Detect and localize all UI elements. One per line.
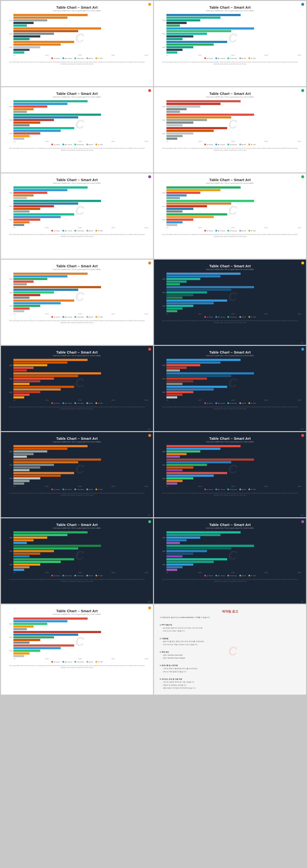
bar-row-2: 2022 [6, 300, 148, 312]
bar-row-0: 2020 [6, 359, 148, 372]
year-label-1: 2021 [159, 292, 166, 293]
slide-subtitle: Insert your subtitle here. This is a goo… [159, 441, 301, 443]
year-label-0: 2020 [159, 20, 166, 21]
bar-row-2: 2022 [159, 300, 301, 312]
x-axis: 0%100%200%300%400% [159, 572, 301, 573]
year-label-2: 2022 [159, 478, 166, 479]
body-text: Sed ut perspiciatis unde omnis iste natu… [159, 234, 301, 238]
bar-row-2: 2022 [159, 558, 301, 571]
slides-grid: Table Chart – Smart Art Insert your subt… [0, 0, 307, 695]
body-text: Sed ut perspiciatis unde omnis iste natu… [6, 61, 148, 65]
x-tick: 200% [231, 486, 235, 487]
x-tick: 400% [145, 313, 148, 315]
legend-item: ● Germany [227, 402, 237, 404]
x-tick: 0% [13, 141, 15, 142]
legend-item: ▼ CDD [96, 316, 103, 318]
x-tick: 100% [45, 141, 49, 142]
year-label-2: 2022 [6, 564, 12, 565]
x-tick: 400% [298, 55, 301, 56]
year-label-0: 2020 [159, 451, 166, 452]
corner-dot [148, 175, 151, 178]
x-tick: 0% [13, 572, 15, 573]
x-axis: 0%100%200%300%400% [6, 572, 148, 573]
legend: ▲ France ◆ S. Korea ● Germany ■ USA ▼ CD… [159, 316, 301, 318]
legend-item: ■ USA [239, 402, 246, 404]
legend-item: ▼ CDD [248, 57, 256, 59]
x-tick: 200% [231, 313, 235, 315]
legend: ▲ France ◆ S. Korea ● Germany ■ USA ▼ CD… [6, 661, 148, 663]
corner-dot [148, 348, 151, 351]
x-axis: 0%100%200%300%400% [159, 399, 301, 401]
slide-14: Table Chart – Smart Art Insert your subt… [154, 518, 306, 603]
bar-row-1: 2021 [6, 27, 148, 40]
slide-nav: ◁ ▷ [148, 428, 150, 430]
bar-row-1: 2021 [6, 372, 148, 385]
x-tick: 100% [198, 227, 202, 228]
bars-2 [13, 213, 148, 226]
x-tick: 200% [78, 486, 82, 487]
body-text: Sed ut perspiciatis unde omnis iste natu… [159, 578, 301, 583]
x-tick: 0% [166, 227, 169, 228]
bar-row-1: 2021 [159, 372, 301, 385]
x-tick: 100% [45, 572, 49, 573]
x-tick: 300% [111, 486, 115, 487]
x-tick: 0% [166, 399, 169, 401]
slide-title: Table Chart – Smart Art [159, 264, 301, 268]
body-text: Sed ut perspiciatis unde omnis iste natu… [159, 406, 301, 410]
bars-1 [13, 27, 148, 40]
chart-area: C 2020 2021 2022 [6, 100, 148, 145]
year-label-1: 2021 [159, 378, 166, 379]
legend-item: ▼ CDD [96, 57, 103, 59]
bar-row-1: 2021 [159, 200, 301, 213]
year-label-0: 2020 [159, 192, 166, 194]
slide-nav: ◁ ▷ [301, 342, 304, 343]
year-label-2: 2022 [6, 305, 12, 307]
slide-title: Table Chart – Smart Art [6, 5, 148, 9]
x-axis: 0%100%200%300%400% [6, 227, 148, 228]
slide-2: Table Chart – Smart Art Insert your subt… [154, 1, 306, 86]
legend: ▲ France ◆ S. Korea ● Germany ■ USA ▼ CD… [159, 489, 301, 490]
x-axis: 0%100%200%300%400% [6, 55, 148, 56]
chart-area: C 2020 2021 2022 [159, 100, 301, 145]
bars-2 [13, 386, 148, 399]
slide-nav: ◁ ▷ [301, 514, 304, 516]
corner-dot [301, 261, 304, 265]
legend: ▲ France ◆ S. Korea ● Germany ■ USA ▼ CD… [6, 402, 148, 404]
chart-area: C 2020 2021 2022 [159, 186, 301, 231]
year-label-1: 2021 [6, 292, 12, 293]
bar-row-1: 2021 [159, 114, 301, 126]
bars-0 [166, 445, 301, 458]
bars-2 [13, 41, 148, 54]
bar-row-0: 2020 [6, 618, 148, 630]
slide-title: Table Chart – Smart Art [159, 350, 301, 354]
bar-row-1: 2021 [6, 545, 148, 557]
slide-nav: ◁ ▷ [301, 428, 304, 430]
year-label-0: 2020 [159, 365, 166, 366]
legend-item: ◆ S. Korea [62, 402, 72, 404]
chart-area: C 2020 2021 2022 [6, 445, 148, 490]
body-text: Sed ut perspiciatis unde omnis iste natu… [6, 147, 148, 151]
legend-item: ▼ CDD [96, 489, 103, 490]
x-tick: 200% [78, 227, 82, 228]
bars-2 [166, 472, 301, 485]
x-tick: 100% [198, 313, 202, 315]
year-label-0: 2020 [159, 537, 166, 538]
legend-item: ● Germany [74, 57, 84, 59]
x-axis: 0%100%200%300%400% [6, 658, 148, 659]
x-tick: 100% [198, 55, 202, 56]
x-tick: 300% [111, 572, 115, 573]
bar-row-2: 2022 [6, 127, 148, 140]
x-tick: 200% [78, 658, 82, 659]
bars-0 [13, 186, 148, 199]
body-text: Sed ut perspiciatis unde omnis iste natu… [6, 664, 148, 669]
x-tick: 400% [145, 486, 148, 487]
x-tick: 400% [298, 141, 301, 142]
bar-row-0: 2020 [159, 445, 301, 458]
bar-row-1: 2021 [6, 286, 148, 299]
legend-item: ■ USA [239, 575, 246, 577]
corner-dot [148, 607, 151, 609]
legend-item: ■ USA [86, 489, 93, 490]
year-label-2: 2022 [6, 46, 12, 48]
body-text: Sed ut perspiciatis unde omnis iste natu… [6, 406, 148, 410]
body-text: Sed ut perspiciatis unde omnis iste natu… [6, 492, 148, 496]
